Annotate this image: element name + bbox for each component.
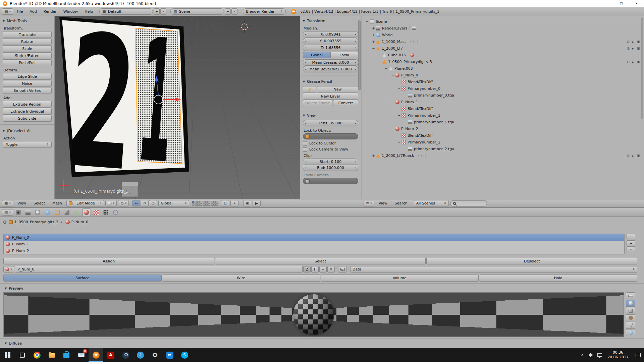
snap-target-select[interactable]: ▾ [230, 200, 238, 206]
add-scene-button[interactable]: + [225, 8, 231, 15]
outliner-item-world[interactable]: + World [362, 32, 644, 38]
subdivide-button[interactable]: Subdivide [3, 115, 52, 122]
add-layout-button[interactable]: + [154, 8, 160, 15]
fake-user-button[interactable]: F [311, 266, 319, 273]
particles-tab[interactable] [102, 208, 110, 216]
world-tab[interactable] [43, 208, 52, 216]
viewport-shading-select[interactable]: ▾ [105, 200, 117, 206]
render-menu[interactable]: Render [41, 9, 60, 14]
renderable-icon[interactable]: ▣ [637, 154, 640, 158]
users-count-button[interactable]: 2 [303, 266, 311, 273]
snap-toggle-button[interactable]: Ω [221, 200, 229, 206]
spin-left-icon[interactable]: ◂ [305, 160, 306, 163]
local-camera-field[interactable] [303, 178, 358, 184]
mesh-menu[interactable]: Mesh [49, 201, 65, 205]
preview-monkey-button[interactable] [626, 314, 635, 321]
expand-icon[interactable]: + [371, 40, 376, 44]
mode-select[interactable]: Edit Mode ⇕ [66, 200, 104, 206]
settings-taskbar-button[interactable]: ⚙ [148, 348, 162, 362]
orientation-select[interactable]: Global ⇕ [158, 200, 189, 206]
render-engine-select[interactable]: Blender Render ⇕ [243, 8, 286, 15]
collapse-icon[interactable]: − [365, 20, 370, 23]
scale-button[interactable]: Scale [3, 45, 52, 52]
outliner-item-pnum2[interactable]: − P_Num_2 [362, 125, 644, 132]
renderable-icon[interactable]: ▣ [637, 47, 640, 50]
grease-pencil-panel-header[interactable]: ▼ Grease Pencil [303, 78, 358, 85]
outliner-item-primarynumber1-tga[interactable]: primarynumber_1.tga [362, 119, 644, 125]
skype-taskbar-button[interactable]: S [177, 348, 192, 362]
action-center-button[interactable] [632, 348, 644, 362]
material-link-select[interactable]: Data ⇕ [350, 266, 637, 273]
selectable-icon[interactable]: ► [632, 40, 635, 44]
assign-button[interactable]: Assign [3, 258, 214, 264]
outliner-item-plane003[interactable]: − Plane.003 [362, 65, 644, 72]
outliner-item-pnum1[interactable]: − P_Num_1 [362, 99, 644, 105]
outliner-item-primarynumber0-tga[interactable]: primarynumber_0.tga [362, 92, 644, 99]
outliner-scrollbar[interactable] [641, 18, 643, 119]
noise-button[interactable]: Noise [3, 80, 52, 87]
scale-manipulator-button[interactable]: ◇ [149, 200, 157, 206]
visibility-icon[interactable]: ⊙ [627, 154, 629, 158]
collapse-icon[interactable]: − [390, 127, 395, 131]
delete-frame-button[interactable]: Delete Frame [303, 100, 332, 106]
breadcrumb-material[interactable]: P_Num_0 [65, 220, 89, 224]
material-slot-pnum1[interactable]: P_Num_1 [4, 241, 624, 247]
modifiers-tab[interactable] [63, 208, 71, 216]
breadcrumb-object[interactable]: 1_0500_Primarydigits_3 [9, 220, 58, 224]
outliner-item-primarynumber1[interactable]: − Primarynumber_1 [362, 112, 644, 119]
browse-material-button[interactable]: ▾ [3, 266, 14, 273]
teamviewer-taskbar-button[interactable]: ⇄ [162, 348, 177, 362]
collapse-icon[interactable]: − [396, 87, 401, 90]
texture-tab[interactable] [92, 208, 101, 216]
new-layer-button[interactable]: New Layer [303, 93, 358, 100]
layers-widget[interactable] [192, 201, 218, 206]
collapse-icon[interactable]: − [371, 47, 376, 50]
median-z-field[interactable]: ◂ Z: 1.68556 ▸ [303, 45, 358, 51]
view-menu[interactable]: View [14, 201, 29, 205]
lock-object-field[interactable] [303, 133, 358, 139]
add-menu[interactable]: Add [26, 9, 40, 14]
mail-taskbar-button[interactable]: 8 [74, 348, 89, 362]
median-x-field[interactable]: ◂ X: 0.09841 ▸ [303, 31, 358, 38]
store-taskbar-button[interactable] [59, 348, 74, 362]
remove-material-slot-button[interactable]: − [627, 240, 635, 247]
grease-pencil-draw-button[interactable] [303, 86, 316, 93]
outliner-item-cube015[interactable]: + Cube.015 [362, 52, 644, 58]
network-button[interactable] [595, 348, 604, 362]
object-tab[interactable] [53, 208, 62, 216]
window-menu[interactable]: Window [60, 9, 81, 14]
n-panel-scrollbar[interactable] [358, 20, 361, 90]
collapse-icon[interactable]: − [377, 60, 382, 64]
editor-type-outliner-button[interactable]: ≡ ▾ [364, 200, 374, 206]
minimize-button[interactable]: – [599, 0, 614, 7]
spin-right-icon[interactable]: ▸ [355, 122, 356, 125]
outliner-item-primarynumber0[interactable]: − Primarynumber_0 [362, 85, 644, 92]
render-tab[interactable] [14, 208, 23, 216]
remove-scene-button[interactable]: ✕ [231, 8, 237, 15]
taskbar-clock[interactable]: 00:36 20.06.2017 [604, 350, 632, 360]
display-mode-select[interactable]: All Scenes ⇕ [414, 200, 449, 206]
preview-flat-button[interactable] [626, 292, 635, 299]
spin-left-icon[interactable]: ◂ [305, 166, 306, 169]
median-y-field[interactable]: ◂ Y: 0.007555 ▸ [303, 38, 358, 44]
render-layers-tab[interactable] [24, 208, 33, 216]
outliner-item-primarynumber2[interactable]: − Primarynumber_2 [362, 139, 644, 145]
spin-right-icon[interactable]: ▸ [355, 33, 356, 36]
deselect-all-panel-header[interactable]: ▼ (De)select All [3, 127, 52, 134]
3d-viewport[interactable]: 2 1 (0) [55, 16, 300, 199]
select-button[interactable]: Select [215, 258, 426, 264]
spin-left-icon[interactable]: ◂ [305, 68, 306, 71]
spin-left-icon[interactable]: ◂ [305, 33, 306, 36]
expand-icon[interactable]: + [377, 53, 382, 57]
collapse-icon[interactable]: − [396, 114, 401, 117]
outliner-item-scene[interactable]: − Scene [362, 18, 644, 25]
new-material-button[interactable]: + [319, 266, 327, 273]
hidden-icons-button[interactable]: ∧ [578, 348, 587, 362]
outliner-item-blendatexdiff[interactable]: BlendATexDiff [362, 132, 644, 139]
deselect-button[interactable]: Deselect [426, 258, 637, 264]
editor-type-info-button[interactable]: ▤ ▾ [2, 8, 13, 15]
spin-left-icon[interactable]: ◂ [305, 122, 306, 125]
remove-layout-button[interactable]: ✕ [160, 8, 166, 15]
translate-manipulator-button[interactable]: ↔ [132, 200, 140, 206]
maximize-button[interactable]: □ [614, 0, 629, 7]
